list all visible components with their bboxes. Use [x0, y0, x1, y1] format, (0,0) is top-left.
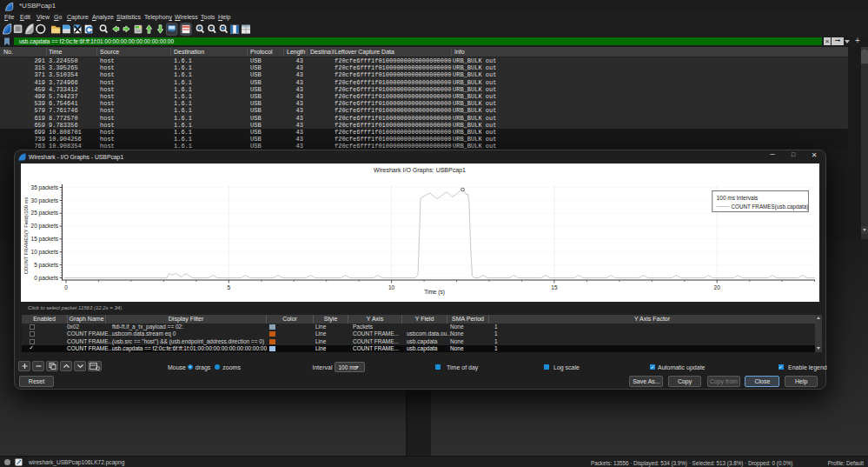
svg-text:35 packets: 35 packets: [31, 184, 59, 191]
svg-text:15: 15: [551, 284, 558, 290]
svg-text:10 packets: 10 packets: [31, 249, 59, 256]
svg-text:100 ms Intervals: 100 ms Intervals: [717, 195, 759, 201]
svg-text:5 packets: 5 packets: [34, 262, 59, 269]
svg-text:Wireshark I/O Graphs: USBPcap1: Wireshark I/O Graphs: USBPcap1: [374, 167, 466, 174]
svg-text:COUNT FRAMES(Y Field)/100 ms: COUNT FRAMES(Y Field)/100 ms: [23, 197, 29, 275]
svg-text:0 packets: 0 packets: [34, 275, 59, 282]
svg-text:0: 0: [64, 284, 68, 290]
svg-text:COUNT FRAMES(usb.capdata): COUNT FRAMES(usb.capdata): [732, 203, 809, 210]
svg-text:30 packets: 30 packets: [31, 197, 59, 204]
svg-text:20: 20: [714, 284, 721, 290]
svg-text:15 packets: 15 packets: [31, 236, 59, 243]
svg-text:Time (s): Time (s): [424, 289, 445, 296]
svg-text:10: 10: [388, 284, 395, 290]
svg-text:25 packets: 25 packets: [31, 210, 59, 217]
svg-text:20 packets: 20 packets: [31, 223, 59, 230]
svg-text:5: 5: [227, 284, 230, 290]
